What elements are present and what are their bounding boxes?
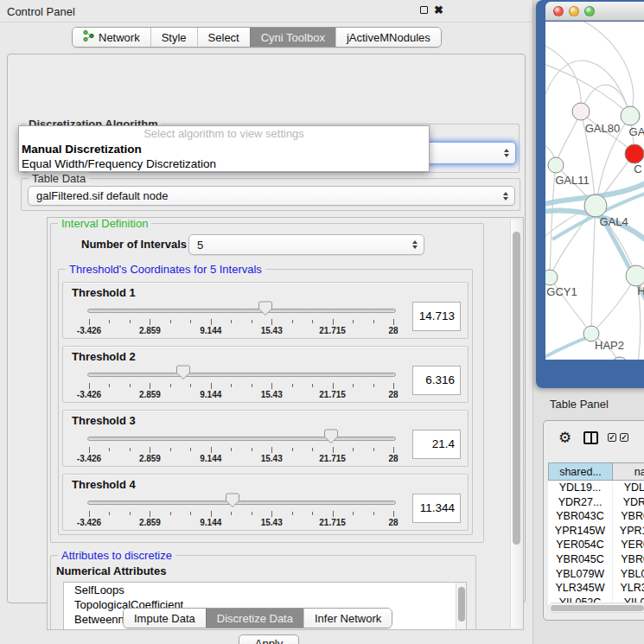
tab-style[interactable]: Style <box>150 28 197 47</box>
table-cell[interactable]: YDR27... <box>548 495 613 510</box>
table-cell[interactable]: YBR043C <box>548 509 613 524</box>
table-cell[interactable]: YDR27... <box>613 495 644 510</box>
network-node[interactable] <box>612 357 628 360</box>
tab-infer-network[interactable]: Infer Network <box>303 609 392 628</box>
table-cell[interactable]: YDL19... <box>548 481 613 495</box>
zoom-traffic-light[interactable] <box>584 6 595 16</box>
network-edge[interactable] <box>545 44 581 112</box>
settings-scrollbar[interactable] <box>510 220 521 628</box>
node-label: GCY1 <box>546 285 577 298</box>
tick-label: -3.426 <box>77 518 101 527</box>
table-row[interactable]: YBL079WYBL079W <box>548 567 644 582</box>
apply-button[interactable]: Apply <box>239 634 299 644</box>
threshold-value-field[interactable]: 14.713 <box>412 302 461 331</box>
algorithm-option-manual[interactable]: Manual Discretization <box>19 142 429 156</box>
tab-cyni-toolbox[interactable]: Cyni Toolbox <box>250 28 335 47</box>
table-cell[interactable]: YBR045C <box>613 552 644 567</box>
network-edge[interactable] <box>591 276 636 334</box>
list-item[interactable]: SelfLoops <box>64 583 466 597</box>
close-icon[interactable]: ✖ <box>434 5 443 15</box>
threshold-label: Threshold 3 <box>72 414 136 427</box>
table-cell[interactable]: YER054C <box>548 538 613 552</box>
table-cell[interactable]: YLR345W <box>548 581 613 596</box>
tab-network[interactable]: Network <box>73 28 150 47</box>
minimize-traffic-light[interactable] <box>569 6 579 16</box>
table-row[interactable]: YER054CYER054C <box>548 538 644 552</box>
checkbox-checked-icon[interactable]: ✓ <box>608 433 616 442</box>
table-row[interactable]: YBR045CYBR045C <box>548 552 644 567</box>
table-row[interactable]: YDL19...YDL19... <box>548 481 644 495</box>
tab-impute-data[interactable]: Impute Data <box>124 609 206 628</box>
algorithm-placeholder-option[interactable]: Select algorithm to view settings <box>19 126 429 142</box>
table-horizontal-scrollbar[interactable] <box>548 603 644 613</box>
threshold-slider-track[interactable] <box>87 309 396 313</box>
network-node-h[interactable] <box>626 265 644 286</box>
table-row[interactable]: YPR145WYPR145W <box>548 524 644 539</box>
threshold-label: Threshold 1 <box>72 286 136 299</box>
threshold-slider-track[interactable] <box>87 373 396 377</box>
threshold-slider-track[interactable] <box>87 437 396 441</box>
network-canvas[interactable]: GAL80GACGAL11GAL4GCY1HHAP2 <box>545 22 644 360</box>
split-columns-icon[interactable] <box>583 431 598 444</box>
tick-label: 2.859 <box>139 518 161 527</box>
network-node-gal4[interactable] <box>584 194 607 217</box>
tick-mark <box>373 384 374 387</box>
tick-mark <box>312 512 313 515</box>
column-header-shared-[interactable]: shared... <box>548 462 613 481</box>
network-node-c[interactable] <box>625 144 644 163</box>
table-cell[interactable]: YBL079W <box>548 567 613 582</box>
checkbox-checked-icon[interactable]: ✓ <box>620 433 628 442</box>
table-cell[interactable]: YER054C <box>613 538 644 552</box>
table-data-combo[interactable]: galFiltered.sif default node <box>28 186 515 206</box>
table-cell[interactable]: YBR043C <box>613 509 644 524</box>
table-cell[interactable]: YBR045C <box>548 552 613 567</box>
node-table: shared...na... YDL19...YDL19...YDR27...Y… <box>548 462 644 609</box>
threshold-slider-thumb[interactable] <box>226 493 239 508</box>
network-edge-thick[interactable] <box>545 336 590 359</box>
gear-icon[interactable]: ⚙ <box>558 429 571 447</box>
network-node-ga[interactable] <box>621 106 640 125</box>
tick-label: 15.43 <box>261 390 283 399</box>
network-node-gal11[interactable] <box>548 157 564 173</box>
table-cell[interactable]: YDL19... <box>613 481 644 495</box>
threshold-value-field[interactable]: 11.344 <box>412 494 461 523</box>
attributes-list-scrollbar[interactable] <box>456 583 466 630</box>
tab-discretize-data[interactable]: Discretize Data <box>206 609 303 628</box>
table-row[interactable]: YBR043CYBR043C <box>548 509 644 524</box>
tick-mark <box>89 319 90 325</box>
threshold-slider-thumb[interactable] <box>258 301 272 316</box>
threshold-slider-thumb[interactable] <box>324 429 338 444</box>
table-cell[interactable]: YBL079W <box>613 567 644 582</box>
column-header-na-[interactable]: na... <box>613 462 644 481</box>
threshold-slider-track[interactable] <box>87 501 396 505</box>
network-edge[interactable] <box>591 206 596 334</box>
tick-mark <box>150 319 150 325</box>
algorithm-option-equal-width[interactable]: Equal Width/Frequency Discretization <box>19 156 429 171</box>
network-node-gcy1[interactable] <box>545 270 558 285</box>
threshold-value-field[interactable]: 6.316 <box>412 366 461 395</box>
table-row[interactable]: YDR27...YDR27... <box>548 495 644 510</box>
close-traffic-light[interactable] <box>553 6 564 16</box>
tab-label: Cyni Toolbox <box>261 31 325 44</box>
tick-mark <box>271 447 272 453</box>
tick-label: 15.43 <box>261 518 283 527</box>
table-row[interactable]: YLR345WYLR345W <box>548 581 644 596</box>
tick-mark <box>89 511 90 517</box>
number-of-intervals-combo[interactable]: 5 <box>188 234 424 255</box>
tab-jactivemnodules[interactable]: jActiveMNodules <box>335 28 441 47</box>
table-cell[interactable]: YPR145W <box>613 524 644 539</box>
scrollbar-thumb[interactable] <box>458 587 465 622</box>
threshold-value-field[interactable]: 21.4 <box>412 430 461 459</box>
table-cell[interactable]: YLR345W <box>613 581 644 596</box>
float-window-icon[interactable] <box>420 6 428 14</box>
network-node-gal80[interactable] <box>572 103 590 120</box>
table-cell[interactable]: YPR145W <box>548 524 613 539</box>
thresholds-group: Threshold's Coordinates for 5 Intervals … <box>58 269 473 535</box>
scrollbar-thumb[interactable] <box>513 232 520 545</box>
tick-label: 21.715 <box>319 326 346 335</box>
tick-mark <box>252 320 252 323</box>
table-toolbar: ⚙ ✓ ✓ <box>544 421 644 459</box>
tab-select[interactable]: Select <box>197 28 250 47</box>
threshold-slider-thumb[interactable] <box>176 365 190 380</box>
scrollbar-thumb[interactable] <box>551 605 644 611</box>
